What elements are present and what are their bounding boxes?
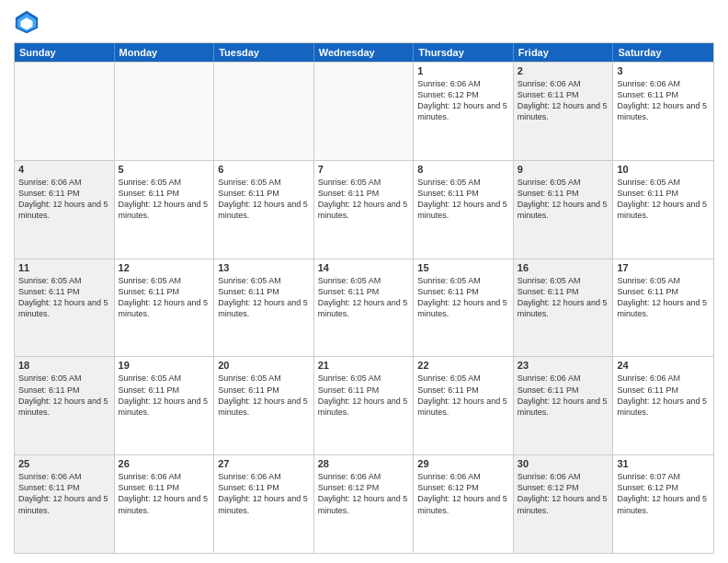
cell-daylight-info: Sunrise: 6:06 AM Sunset: 6:11 PM Dayligh…	[617, 373, 710, 418]
calendar-cell-24: 24Sunrise: 6:06 AM Sunset: 6:11 PM Dayli…	[613, 357, 713, 454]
calendar-row-2: 11Sunrise: 6:05 AM Sunset: 6:11 PM Dayli…	[15, 259, 713, 357]
cell-daylight-info: Sunrise: 6:06 AM Sunset: 6:12 PM Dayligh…	[417, 471, 509, 516]
calendar-cell-21: 21Sunrise: 6:05 AM Sunset: 6:11 PM Dayli…	[314, 357, 415, 454]
calendar-cell-1: 1Sunrise: 6:06 AM Sunset: 6:12 PM Daylig…	[414, 63, 514, 160]
cell-daylight-info: Sunrise: 6:07 AM Sunset: 6:12 PM Dayligh…	[617, 471, 710, 516]
calendar-cell-23: 23Sunrise: 6:06 AM Sunset: 6:11 PM Dayli…	[514, 357, 614, 454]
calendar-row-3: 18Sunrise: 6:05 AM Sunset: 6:11 PM Dayli…	[15, 356, 713, 454]
calendar-header: SundayMondayTuesdayWednesdayThursdayFrid…	[15, 43, 713, 62]
cell-daylight-info: Sunrise: 6:05 AM Sunset: 6:11 PM Dayligh…	[18, 373, 110, 418]
day-number: 10	[617, 164, 710, 175]
cell-daylight-info: Sunrise: 6:05 AM Sunset: 6:11 PM Dayligh…	[318, 177, 410, 222]
calendar-row-4: 25Sunrise: 6:06 AM Sunset: 6:11 PM Dayli…	[15, 454, 713, 553]
calendar-cell-27: 27Sunrise: 6:06 AM Sunset: 6:11 PM Dayli…	[214, 455, 314, 553]
day-number: 13	[218, 262, 310, 273]
calendar-cell-11: 11Sunrise: 6:05 AM Sunset: 6:11 PM Dayli…	[15, 259, 115, 357]
weekday-header-thursday: Thursday	[414, 43, 514, 62]
day-number: 15	[417, 262, 509, 273]
calendar-cell-31: 31Sunrise: 6:07 AM Sunset: 6:12 PM Dayli…	[613, 455, 713, 553]
cell-daylight-info: Sunrise: 6:05 AM Sunset: 6:11 PM Dayligh…	[318, 373, 410, 418]
calendar-cell-6: 6Sunrise: 6:05 AM Sunset: 6:11 PM Daylig…	[214, 161, 314, 259]
cell-daylight-info: Sunrise: 6:05 AM Sunset: 6:11 PM Dayligh…	[417, 177, 509, 222]
day-number: 17	[617, 262, 710, 273]
calendar-cell-18: 18Sunrise: 6:05 AM Sunset: 6:11 PM Dayli…	[15, 357, 115, 454]
day-number: 31	[617, 458, 710, 469]
calendar-row-0: 1Sunrise: 6:06 AM Sunset: 6:12 PM Daylig…	[15, 62, 713, 160]
calendar-cell-12: 12Sunrise: 6:05 AM Sunset: 6:11 PM Dayli…	[115, 259, 215, 357]
cell-daylight-info: Sunrise: 6:05 AM Sunset: 6:11 PM Dayligh…	[218, 373, 310, 418]
calendar-cell-empty-0-0	[15, 63, 115, 160]
calendar-cell-4: 4Sunrise: 6:06 AM Sunset: 6:11 PM Daylig…	[15, 161, 115, 259]
cell-daylight-info: Sunrise: 6:05 AM Sunset: 6:11 PM Dayligh…	[417, 275, 509, 320]
cell-daylight-info: Sunrise: 6:06 AM Sunset: 6:12 PM Dayligh…	[417, 78, 509, 123]
cell-daylight-info: Sunrise: 6:06 AM Sunset: 6:12 PM Dayligh…	[518, 471, 609, 516]
calendar-cell-13: 13Sunrise: 6:05 AM Sunset: 6:11 PM Dayli…	[214, 259, 314, 357]
cell-daylight-info: Sunrise: 6:06 AM Sunset: 6:11 PM Dayligh…	[18, 177, 110, 222]
weekday-header-monday: Monday	[115, 43, 215, 62]
calendar-cell-10: 10Sunrise: 6:05 AM Sunset: 6:11 PM Dayli…	[613, 161, 713, 259]
day-number: 14	[318, 262, 410, 273]
cell-daylight-info: Sunrise: 6:05 AM Sunset: 6:11 PM Dayligh…	[119, 177, 210, 222]
header	[14, 9, 714, 35]
calendar-cell-8: 8Sunrise: 6:05 AM Sunset: 6:11 PM Daylig…	[414, 161, 514, 259]
day-number: 27	[218, 458, 310, 469]
day-number: 12	[119, 262, 210, 273]
day-number: 19	[119, 360, 210, 371]
calendar-cell-empty-0-1	[115, 63, 215, 160]
cell-daylight-info: Sunrise: 6:05 AM Sunset: 6:11 PM Dayligh…	[218, 177, 310, 222]
cell-daylight-info: Sunrise: 6:06 AM Sunset: 6:11 PM Dayligh…	[617, 78, 710, 123]
day-number: 21	[318, 360, 410, 371]
cell-daylight-info: Sunrise: 6:06 AM Sunset: 6:11 PM Dayligh…	[518, 373, 609, 418]
day-number: 28	[318, 458, 410, 469]
day-number: 24	[617, 360, 710, 371]
cell-daylight-info: Sunrise: 6:06 AM Sunset: 6:12 PM Dayligh…	[318, 471, 410, 516]
weekday-header-wednesday: Wednesday	[314, 43, 415, 62]
calendar-body: 1Sunrise: 6:06 AM Sunset: 6:12 PM Daylig…	[15, 62, 713, 553]
cell-daylight-info: Sunrise: 6:05 AM Sunset: 6:11 PM Dayligh…	[518, 177, 609, 222]
cell-daylight-info: Sunrise: 6:05 AM Sunset: 6:11 PM Dayligh…	[417, 373, 509, 418]
cell-daylight-info: Sunrise: 6:06 AM Sunset: 6:11 PM Dayligh…	[119, 471, 210, 516]
cell-daylight-info: Sunrise: 6:05 AM Sunset: 6:11 PM Dayligh…	[218, 275, 310, 320]
day-number: 3	[617, 65, 710, 76]
cell-daylight-info: Sunrise: 6:05 AM Sunset: 6:11 PM Dayligh…	[18, 275, 110, 320]
page: SundayMondayTuesdayWednesdayThursdayFrid…	[0, 0, 728, 563]
cell-daylight-info: Sunrise: 6:05 AM Sunset: 6:11 PM Dayligh…	[119, 373, 210, 418]
calendar-cell-14: 14Sunrise: 6:05 AM Sunset: 6:11 PM Dayli…	[314, 259, 415, 357]
calendar-cell-19: 19Sunrise: 6:05 AM Sunset: 6:11 PM Dayli…	[115, 357, 215, 454]
cell-daylight-info: Sunrise: 6:05 AM Sunset: 6:11 PM Dayligh…	[617, 177, 710, 222]
day-number: 30	[518, 458, 609, 469]
cell-daylight-info: Sunrise: 6:05 AM Sunset: 6:11 PM Dayligh…	[119, 275, 210, 320]
day-number: 29	[417, 458, 509, 469]
calendar-cell-5: 5Sunrise: 6:05 AM Sunset: 6:11 PM Daylig…	[115, 161, 215, 259]
calendar-cell-empty-0-2	[214, 63, 314, 160]
day-number: 23	[518, 360, 609, 371]
day-number: 26	[119, 458, 210, 469]
day-number: 2	[518, 65, 609, 76]
day-number: 22	[417, 360, 509, 371]
cell-daylight-info: Sunrise: 6:05 AM Sunset: 6:11 PM Dayligh…	[617, 275, 710, 320]
calendar-cell-25: 25Sunrise: 6:06 AM Sunset: 6:11 PM Dayli…	[15, 455, 115, 553]
cell-daylight-info: Sunrise: 6:06 AM Sunset: 6:11 PM Dayligh…	[518, 78, 609, 123]
calendar-cell-3: 3Sunrise: 6:06 AM Sunset: 6:11 PM Daylig…	[613, 63, 713, 160]
day-number: 7	[318, 164, 410, 175]
day-number: 11	[18, 262, 110, 273]
calendar-cell-15: 15Sunrise: 6:05 AM Sunset: 6:11 PM Dayli…	[414, 259, 514, 357]
calendar-cell-26: 26Sunrise: 6:06 AM Sunset: 6:11 PM Dayli…	[115, 455, 215, 553]
calendar-cell-16: 16Sunrise: 6:05 AM Sunset: 6:11 PM Dayli…	[514, 259, 614, 357]
day-number: 8	[417, 164, 509, 175]
logo-icon	[14, 9, 40, 35]
calendar-cell-9: 9Sunrise: 6:05 AM Sunset: 6:11 PM Daylig…	[514, 161, 614, 259]
weekday-header-saturday: Saturday	[613, 43, 713, 62]
calendar-cell-30: 30Sunrise: 6:06 AM Sunset: 6:12 PM Dayli…	[514, 455, 614, 553]
calendar-cell-22: 22Sunrise: 6:05 AM Sunset: 6:11 PM Dayli…	[414, 357, 514, 454]
day-number: 4	[18, 164, 110, 175]
calendar-cell-17: 17Sunrise: 6:05 AM Sunset: 6:11 PM Dayli…	[613, 259, 713, 357]
weekday-header-friday: Friday	[514, 43, 614, 62]
day-number: 5	[119, 164, 210, 175]
day-number: 1	[417, 65, 509, 76]
day-number: 20	[218, 360, 310, 371]
calendar-cell-20: 20Sunrise: 6:05 AM Sunset: 6:11 PM Dayli…	[214, 357, 314, 454]
calendar-row-1: 4Sunrise: 6:06 AM Sunset: 6:11 PM Daylig…	[15, 160, 713, 259]
cell-daylight-info: Sunrise: 6:05 AM Sunset: 6:11 PM Dayligh…	[318, 275, 410, 320]
day-number: 18	[18, 360, 110, 371]
